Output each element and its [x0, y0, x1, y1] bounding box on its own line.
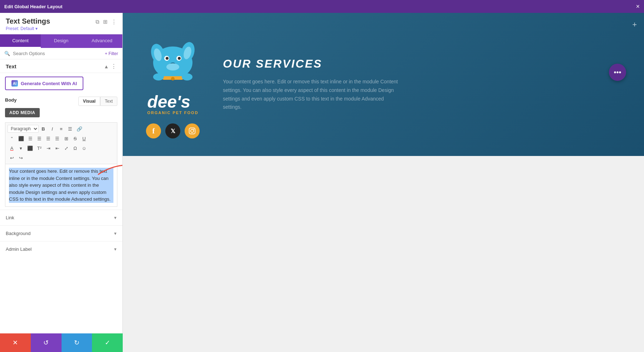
layout-icon[interactable]: ⊞ — [103, 19, 108, 25]
copy-icon[interactable]: ⧉ — [96, 19, 99, 25]
brand-name: dee's — [147, 93, 198, 111]
save-button[interactable]: ✓ — [92, 333, 123, 352]
body-label: Body — [5, 97, 17, 103]
tab-content[interactable]: Content — [0, 34, 41, 48]
unordered-list-button[interactable]: ≡ — [57, 125, 65, 133]
main-layout: Text Settings Preset: Default ▾ ⧉ ⊞ ⋮ Co… — [0, 13, 644, 352]
svg-point-18 — [193, 129, 194, 130]
top-bar-title: Edit Global Header Layout — [4, 4, 63, 9]
svg-point-13 — [171, 77, 175, 80]
tab-design[interactable]: Design — [41, 34, 82, 48]
align-right-button[interactable]: ☰ — [35, 135, 44, 142]
link-section[interactable]: Link ▾ — [0, 210, 122, 225]
italic-button[interactable]: I — [48, 125, 57, 133]
undo-editor-button[interactable]: ↩ — [8, 154, 16, 162]
bold-button[interactable]: B — [39, 125, 48, 133]
indent-button[interactable]: ⇥ — [44, 145, 53, 152]
undo-button[interactable]: ↺ — [31, 333, 62, 352]
align-center-button[interactable]: ☰ — [26, 135, 35, 142]
background-section-label: Background — [6, 231, 30, 236]
more-icon[interactable]: ⋮ — [111, 19, 117, 25]
sidebar-preset[interactable]: Preset: Default ▾ — [6, 26, 50, 31]
align-left-button[interactable]: ⬛ — [16, 135, 26, 142]
admin-label-section-label: Admin Label — [6, 246, 31, 252]
svg-point-14 — [153, 73, 164, 80]
section-controls: ▲ ⋮ — [104, 63, 117, 70]
align-justify-button[interactable]: ☰ — [44, 135, 53, 142]
ordered-list-button[interactable]: ☰ — [66, 125, 74, 133]
search-bar: 🔍 + Filter — [0, 48, 122, 59]
underline-button[interactable]: U — [80, 135, 88, 142]
text-section-menu[interactable]: ⋮ — [111, 63, 117, 70]
emoji-button[interactable]: ☺ — [80, 145, 88, 152]
redo-editor-button[interactable]: ↪ — [16, 154, 25, 162]
svg-point-15 — [182, 73, 192, 80]
toolbar-row-3: A ▾ ⬛ T² ⇥ ⇤ ⤢ Ω ☺ — [8, 144, 115, 153]
preview-body-text: Your content goes here. Edit or remove t… — [223, 78, 402, 112]
justify-full-button[interactable]: ☰ — [53, 135, 62, 142]
bottom-toolbar: ✕ ↺ ↻ ✓ — [0, 333, 123, 352]
font-color-dropdown[interactable]: ▾ — [16, 145, 25, 152]
canvas-area: dee's ORGANIC PET FOOD f 𝕏 — [123, 13, 644, 352]
special-chars-button[interactable]: Ω — [71, 145, 79, 152]
editor-selected-text[interactable]: Your content goes here. Edit or remove t… — [9, 168, 113, 203]
text-editor[interactable]: Your content goes here. Edit or remove t… — [5, 164, 117, 207]
font-color-button[interactable]: A — [8, 145, 16, 152]
sidebar-content: Text ▲ ⋮ AI Generate Content With AI Bod… — [0, 59, 122, 352]
instagram-icon[interactable] — [185, 123, 200, 138]
facebook-icon[interactable]: f — [146, 123, 161, 138]
sidebar-title: Text Settings — [6, 17, 50, 25]
redo-button[interactable]: ↻ — [62, 333, 92, 352]
svg-point-8 — [166, 57, 169, 60]
twitter-icon[interactable]: 𝕏 — [165, 123, 180, 138]
preview-content-area: OUR SERVICES Your content goes here. Edi… — [223, 57, 623, 112]
fullscreen-button[interactable]: ⤢ — [62, 145, 70, 152]
preview-header: dee's ORGANIC PET FOOD f 𝕏 — [123, 13, 644, 156]
link-button[interactable]: 🔗 — [75, 125, 84, 133]
background-chevron-icon: ▾ — [114, 231, 117, 236]
background-section[interactable]: Background ▾ — [0, 225, 122, 241]
text-section-collapse[interactable]: ▲ — [104, 64, 109, 69]
editor-toolbar: Paragraph B I ≡ ☰ 🔗 " ⬛ ☰ ☰ ☰ ☰ — [5, 122, 117, 164]
quote-button[interactable]: " — [8, 135, 16, 142]
brand-name-area: dee's ORGANIC PET FOOD — [147, 93, 198, 115]
top-bar: Edit Global Header Layout × — [0, 0, 644, 13]
table-button[interactable]: ⊞ — [62, 135, 70, 142]
add-content-button[interactable]: + — [632, 20, 637, 29]
toolbar-row-2: " ⬛ ☰ ☰ ☰ ☰ ⊞ S U — [8, 134, 115, 143]
strikethrough-button[interactable]: S — [71, 135, 79, 142]
link-section-label: Link — [6, 215, 14, 220]
floating-menu-button[interactable]: ••• — [609, 64, 626, 81]
body-section: Body Visual Text ADD MEDIA Paragraph — [0, 94, 122, 210]
ai-icon: AI — [11, 80, 18, 87]
visual-toggle[interactable]: Visual — [78, 97, 100, 106]
toolbar-row-4: ↩ ↪ — [8, 153, 115, 162]
ai-generate-button[interactable]: AI Generate Content With AI — [5, 77, 83, 90]
text-toggle[interactable]: Text — [100, 97, 117, 106]
superscript-button[interactable]: T² — [35, 145, 44, 152]
highlight-button[interactable]: ⬛ — [25, 145, 35, 152]
filter-button[interactable]: + Filter — [105, 51, 118, 56]
admin-label-chevron-icon: ▾ — [114, 246, 117, 252]
social-icons: f 𝕏 — [146, 123, 200, 138]
tab-advanced[interactable]: Advanced — [82, 34, 122, 48]
text-section-header: Text ▲ ⋮ — [0, 59, 122, 73]
editor-wrapper: Your content goes here. Edit or remove t… — [5, 164, 117, 207]
preview-logo-area: dee's ORGANIC PET FOOD f 𝕏 — [144, 30, 201, 138]
svg-point-11 — [166, 63, 179, 70]
search-icon: 🔍 — [4, 51, 10, 56]
outdent-button[interactable]: ⇤ — [53, 145, 62, 152]
sidebar: Text Settings Preset: Default ▾ ⧉ ⊞ ⋮ Co… — [0, 13, 123, 352]
search-input[interactable] — [13, 51, 102, 56]
link-chevron-icon: ▾ — [114, 215, 117, 220]
close-button[interactable]: × — [636, 3, 640, 10]
paragraph-select[interactable]: Paragraph — [8, 125, 39, 133]
admin-label-section[interactable]: Admin Label ▾ — [0, 241, 122, 257]
tab-bar: Content Design Advanced — [0, 34, 122, 48]
add-media-button[interactable]: ADD MEDIA — [5, 108, 40, 117]
svg-point-9 — [178, 57, 181, 60]
sidebar-header: Text Settings Preset: Default ▾ ⧉ ⊞ ⋮ — [0, 13, 122, 34]
toolbar-row-1: Paragraph B I ≡ ☰ 🔗 — [8, 124, 115, 133]
cancel-button[interactable]: ✕ — [0, 333, 31, 352]
ai-button-label: Generate Content With AI — [21, 81, 77, 86]
